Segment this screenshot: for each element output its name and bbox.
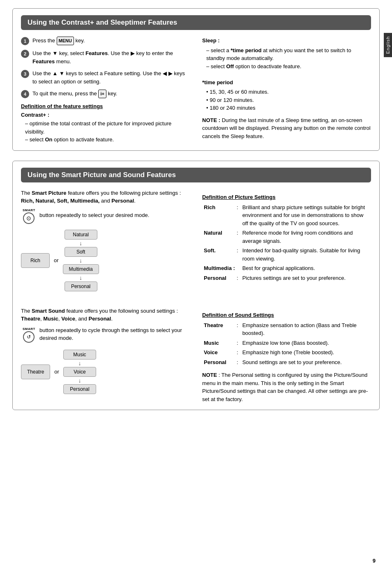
step-2-text: Use the ▼ key, select Features. Use the … <box>32 49 190 65</box>
spacer <box>21 297 371 307</box>
step-3-circle: 3 <box>21 70 29 78</box>
sleep-title: Sleep : <box>202 37 371 45</box>
term-music: Music <box>202 338 235 348</box>
desc-multimedia: Best for graphical applications. <box>241 263 371 273</box>
sound-button-instruction: button repeatedly to cycle through the s… <box>39 326 190 342</box>
menu-key-icon: MENU <box>57 37 74 45</box>
diagram-voice-box: Voice <box>63 367 96 377</box>
section1-left: 1 Press the MENU key. 2 Use the ▼ key, s… <box>21 37 190 144</box>
sound-left: The Smart Sound feature offers you the f… <box>21 307 190 404</box>
desc-music: Emphasize low tone (Bass boosted). <box>241 338 371 348</box>
section1-content: 1 Press the MENU key. 2 Use the ▼ key, s… <box>21 37 371 144</box>
step-2: 2 Use the ▼ key, select Features. Use th… <box>21 49 190 65</box>
contrast-bullet-1: – optimise the total contrast of the pic… <box>21 120 190 136</box>
table-row: Theatre : Emphasize sensation to action … <box>202 321 371 338</box>
def-sound-heading: Definition of Sound Settings <box>202 312 371 318</box>
sound-subsection: The Smart Sound feature offers you the f… <box>21 307 371 404</box>
table-row: Music : Emphasize low tone (Bass boosted… <box>202 338 371 348</box>
table-row: Soft. : Intended for bad-quality signals… <box>202 246 371 263</box>
desc-rich: Brilliant and sharp picture settings sui… <box>241 203 371 228</box>
term-personal-pic: Personal <box>202 273 235 283</box>
table-row: Rich : Brilliant and sharp picture setti… <box>202 203 371 228</box>
page: English Using the Contrast+ and Sleeptim… <box>0 0 392 572</box>
picture-diagram: Rich or Natural ↓ Soft ↓ Multimedia ↓ Pe… <box>21 230 190 291</box>
page-number: 9 <box>373 558 376 564</box>
picture-subsection: The Smart Picture feature offers you the… <box>21 189 371 297</box>
step-4: 4 To quit the menu, press the i+ key. <box>21 90 190 98</box>
sound-diagram: Theatre or Music ↓ Voice ↓ Personal <box>21 350 190 394</box>
step-1-circle: 1 <box>21 37 29 45</box>
section1-note: NOTE : During the last minute of a Sleep… <box>202 116 371 141</box>
sound-button-row: SMART ↺ button repeatedly to cycle throu… <box>21 326 190 344</box>
term-personal-snd: Personal <box>202 358 235 367</box>
smart-sound-button: SMART ↺ <box>23 327 35 343</box>
contrast-heading: Contrast+ : <box>21 112 190 118</box>
contrast-bullet-2: – select On option to activate feature. <box>21 136 190 144</box>
step-2-circle: 2 <box>21 50 29 58</box>
sound-note: NOTE : The Personal setting is configure… <box>202 371 371 403</box>
sleep-section: Sleep : – select a *time period at which… <box>202 37 371 140</box>
arrow-music-voice: ↓ <box>78 360 81 366</box>
picture-right: Definition of Picture Settings Rich : Br… <box>202 189 371 297</box>
step-4-text: To quit the menu, press the i+ key. <box>32 90 117 98</box>
time-period-bullet-2: • 90 or 120 minutes. <box>202 96 371 104</box>
diagram-multimedia-box: Multimedia <box>63 264 99 274</box>
desc-personal-snd: Sound settings are set to your preferenc… <box>241 358 371 367</box>
desc-natural: Reference mode for living room condition… <box>241 228 371 246</box>
step-1-text: Press the MENU key. <box>32 37 85 45</box>
smart-sound-icon: ↺ <box>23 331 35 343</box>
picture-left: The Smart Picture feature offers you the… <box>21 189 190 297</box>
step-3: 3 Use the ▲ ▼ keys to select a Feature s… <box>21 69 190 85</box>
table-row: Multimedia : Best for graphical applicat… <box>202 263 371 273</box>
sound-right-stack: Music ↓ Voice ↓ Personal <box>63 350 96 394</box>
desc-voice: Emphasize high tone (Treble boosted). <box>241 348 371 358</box>
diagram-natural-box: Natural <box>65 230 97 240</box>
table-row: Voice : Emphasize high tone (Treble boos… <box>202 348 371 358</box>
term-theatre: Theatre <box>202 321 235 338</box>
diagram-music-box: Music <box>63 350 96 360</box>
section1-header: Using the Contrast+ and Sleeptimer Featu… <box>21 15 371 30</box>
diagram-soft-box: Soft <box>65 247 97 257</box>
iplus-key-icon: i+ <box>98 90 106 98</box>
term-soft: Soft. <box>202 246 235 263</box>
section1-box: Using the Contrast+ and Sleeptimer Featu… <box>12 8 380 151</box>
time-period-heading: *time period <box>202 78 371 87</box>
def-picture-heading: Definition of Picture Settings <box>202 194 371 200</box>
section1-right: Sleep : – select a *time period at which… <box>202 37 371 144</box>
section2-header: Using the Smart Picture and Sound Featur… <box>21 168 371 182</box>
term-multimedia: Multimedia : <box>202 263 241 273</box>
diagram-or-picture: or <box>54 257 59 263</box>
arrow-voice-personal: ↓ <box>78 378 81 383</box>
definition-heading: Definition of the feature settings <box>21 103 190 109</box>
sound-def-table: Theatre : Emphasize sensation to action … <box>202 321 371 367</box>
section2-box: Using the Smart Picture and Sound Featur… <box>12 161 380 411</box>
picture-button-row: SMART ⊙ button repeatedly to select your… <box>21 208 190 224</box>
desc-theatre: Emphasize sensation to action (Bass and … <box>241 321 371 338</box>
arrow-natural-soft: ↓ <box>79 240 82 246</box>
desc-soft: Intended for bad-quality signals. Suitab… <box>241 246 371 263</box>
desc-personal-pic: Pictures settings are set to your prefer… <box>241 273 371 283</box>
diagram-theatre-box: Theatre <box>21 364 50 379</box>
diagram-or-sound: or <box>54 369 59 375</box>
diagram-rich-box: Rich <box>21 253 50 268</box>
table-row: Personal : Pictures settings are set to … <box>202 273 371 283</box>
diagram-personal-box: Personal <box>65 281 97 291</box>
term-rich: Rich <box>202 203 235 228</box>
arrow-soft-multimedia: ↓ <box>79 258 82 263</box>
term-natural: Natural <box>202 228 235 246</box>
table-row: Personal : Sound settings are set to you… <box>202 358 371 367</box>
picture-intro: The Smart Picture feature offers you the… <box>21 189 190 205</box>
table-row: Natural : Reference mode for living room… <box>202 228 371 246</box>
step-3-text: Use the ▲ ▼ keys to select a Feature set… <box>32 69 190 85</box>
sound-right: Definition of Sound Settings Theatre : E… <box>202 307 371 404</box>
language-tab: English <box>384 33 392 57</box>
sound-intro: The Smart Sound feature offers you the f… <box>21 307 190 323</box>
picture-right-stack: Natural ↓ Soft ↓ Multimedia ↓ Personal <box>63 230 99 291</box>
term-voice: Voice <box>202 348 235 358</box>
time-period-bullet-3: • 180 or 240 minutes <box>202 104 371 112</box>
step-4-circle: 4 <box>21 90 29 98</box>
picture-button-instruction: button repeatedly to select your desired… <box>39 211 149 219</box>
diagram-personal-sound-box: Personal <box>63 384 96 394</box>
smart-picture-button: SMART ⊙ <box>23 208 35 224</box>
smart-picture-icon: ⊙ <box>23 212 35 224</box>
